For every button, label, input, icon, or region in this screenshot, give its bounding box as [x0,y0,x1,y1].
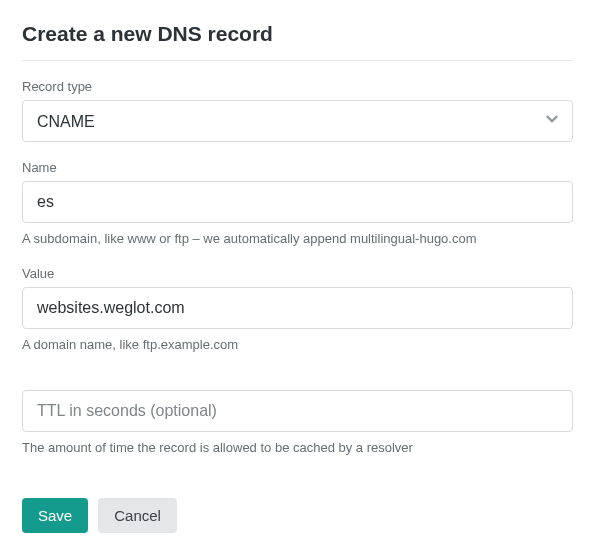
record-type-select[interactable]: CNAME [22,100,573,142]
name-help-text: A subdomain, like www or ftp – we automa… [22,230,573,248]
button-row: Save Cancel [22,498,573,533]
value-group: Value A domain name, like ftp.example.co… [22,266,573,354]
ttl-group: The amount of time the record is allowed… [22,390,573,457]
value-input[interactable] [22,287,573,329]
record-type-label: Record type [22,79,573,94]
value-help-text: A domain name, like ftp.example.com [22,336,573,354]
ttl-input[interactable] [22,390,573,432]
divider [22,60,573,61]
name-group: Name A subdomain, like www or ftp – we a… [22,160,573,248]
name-input[interactable] [22,181,573,223]
page-title: Create a new DNS record [22,22,573,46]
ttl-help-text: The amount of time the record is allowed… [22,439,573,457]
record-type-select-wrap: CNAME [22,100,573,142]
cancel-button[interactable]: Cancel [98,498,177,533]
name-label: Name [22,160,573,175]
value-label: Value [22,266,573,281]
record-type-group: Record type CNAME [22,79,573,142]
save-button[interactable]: Save [22,498,88,533]
